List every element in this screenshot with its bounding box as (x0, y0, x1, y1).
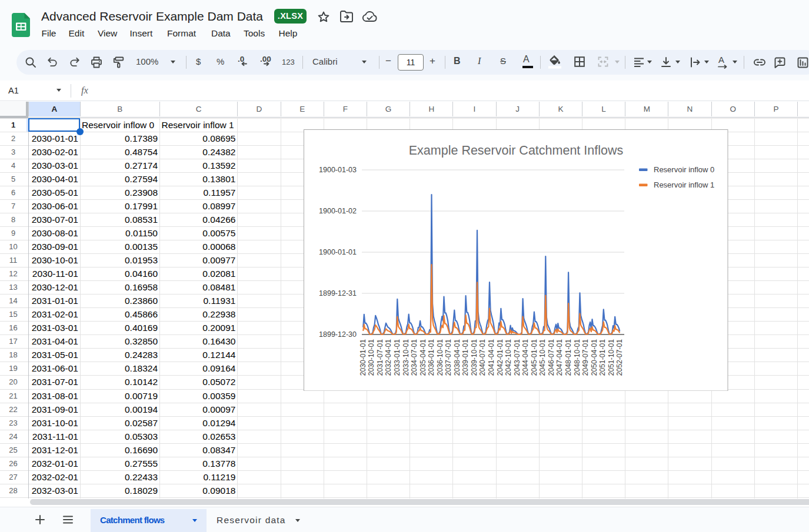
svg-text:2050-04-01: 2050-04-01 (590, 339, 598, 376)
svg-text:1900-01-01: 1900-01-01 (319, 248, 357, 256)
svg-text:2038-04-01: 2038-04-01 (453, 339, 461, 376)
svg-text:2034-07-01: 2034-07-01 (410, 339, 418, 376)
svg-text:2045-10-01: 2045-10-01 (538, 339, 547, 376)
svg-text:2039-10-01: 2039-10-01 (470, 339, 478, 376)
svg-text:Example Reservoir Catchment In: Example Reservoir Catchment Inflows (409, 143, 623, 157)
svg-text:2031-07-01: 2031-07-01 (376, 339, 384, 376)
svg-text:2044-04-01: 2044-04-01 (521, 339, 530, 376)
svg-text:2051-10-01: 2051-10-01 (607, 339, 615, 376)
svg-text:2036-01-01: 2036-01-01 (427, 339, 435, 376)
svg-text:2043-07-01: 2043-07-01 (513, 339, 521, 376)
svg-text:2030-01-01: 2030-01-01 (359, 339, 367, 376)
svg-text:2045-01-01: 2045-01-01 (530, 339, 538, 376)
svg-text:2047-04-01: 2047-04-01 (555, 339, 564, 376)
svg-text:1900-01-03: 1900-01-03 (319, 166, 357, 174)
svg-text:2041-04-01: 2041-04-01 (487, 339, 495, 376)
svg-text:2032-04-01: 2032-04-01 (384, 339, 392, 376)
svg-text:Reservoir inflow 0: Reservoir inflow 0 (654, 165, 714, 174)
svg-text:1899-12-30: 1899-12-30 (319, 330, 357, 339)
svg-text:2048-10-01: 2048-10-01 (573, 339, 581, 376)
svg-text:2037-07-01: 2037-07-01 (444, 339, 452, 376)
svg-text:2051-01-01: 2051-01-01 (598, 339, 607, 376)
svg-text:2035-04-01: 2035-04-01 (419, 339, 427, 376)
svg-text:2052-07-01: 2052-07-01 (615, 339, 624, 376)
svg-text:Reservoir inflow 1: Reservoir inflow 1 (654, 180, 714, 189)
svg-text:2033-01-01: 2033-01-01 (393, 339, 401, 376)
svg-text:2042-01-01: 2042-01-01 (496, 339, 504, 376)
svg-text:1899-12-31: 1899-12-31 (319, 289, 357, 297)
svg-text:2036-10-01: 2036-10-01 (436, 339, 444, 376)
svg-text:2046-07-01: 2046-07-01 (547, 339, 555, 376)
svg-text:2040-07-01: 2040-07-01 (478, 339, 487, 376)
svg-text:2039-01-01: 2039-01-01 (461, 339, 470, 376)
svg-text:2049-07-01: 2049-07-01 (581, 339, 590, 376)
svg-text:2048-01-01: 2048-01-01 (564, 339, 572, 376)
svg-text:2033-10-01: 2033-10-01 (402, 339, 410, 376)
svg-text:2042-10-01: 2042-10-01 (504, 339, 512, 376)
svg-text:1900-01-02: 1900-01-02 (319, 207, 357, 215)
svg-text:2030-10-01: 2030-10-01 (367, 339, 375, 376)
